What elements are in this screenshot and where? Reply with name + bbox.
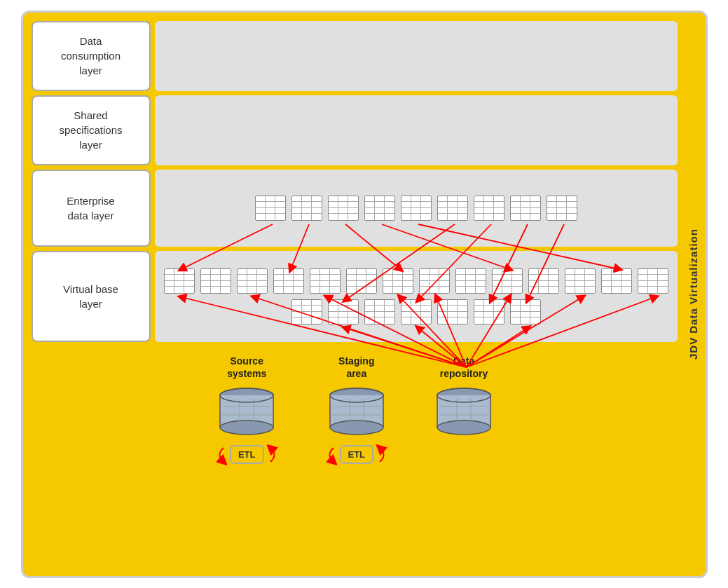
virtual-label: Virtual baselayer — [32, 251, 151, 342]
jdv-label: JDV Data Virtualization — [680, 13, 706, 576]
table-icon — [437, 196, 468, 221]
table-icon — [510, 299, 541, 324]
table-icon — [291, 299, 322, 324]
virtual-content — [155, 251, 678, 342]
table-icon — [291, 196, 322, 221]
table-icon — [383, 268, 413, 294]
table-icon — [346, 268, 377, 294]
bottom-section-wrapper: Sourcesystems — [32, 348, 678, 568]
svg-point-2 — [220, 421, 273, 435]
table-icon — [273, 268, 304, 294]
table-icon — [364, 196, 395, 221]
source-systems-icon — [215, 384, 278, 440]
enterprise-content — [155, 170, 678, 247]
staging-area-icon — [325, 384, 388, 440]
data-consumption-content — [155, 21, 678, 91]
etl1-box: ETL — [230, 445, 264, 464]
table-icon — [200, 268, 231, 294]
etl2-box: ETL — [340, 445, 374, 464]
table-icon — [419, 268, 450, 294]
table-icon — [528, 268, 559, 294]
table-icon — [601, 268, 632, 294]
layers-section: Dataconsumptionlayer Sharedspecification… — [32, 21, 678, 342]
etl2-left-arrow-icon — [323, 444, 337, 465]
table-icon — [401, 196, 432, 221]
table-icon — [492, 268, 523, 294]
table-icon — [328, 299, 359, 324]
main-diagram: JDV Data Virtualization Dataconsumptionl… — [21, 11, 708, 578]
data-repository-icon — [432, 384, 495, 440]
svg-point-22 — [437, 421, 490, 435]
source-systems-item: Sourcesystems — [213, 355, 281, 465]
data-repository-label: Datarepository — [440, 355, 488, 380]
table-icon — [455, 268, 486, 294]
table-icon — [401, 299, 432, 324]
etl1-right-arrow-icon — [267, 444, 281, 465]
svg-point-12 — [330, 421, 383, 435]
staging-area-item: Stagingarea ETL — [323, 355, 391, 465]
data-consumption-label: Dataconsumptionlayer — [32, 21, 151, 91]
table-icon — [328, 196, 359, 221]
table-icon — [638, 268, 668, 294]
etl2-right-arrow-icon — [376, 444, 390, 465]
table-icon — [565, 268, 596, 294]
table-icon — [474, 299, 504, 324]
layer-row-data-consumption: Dataconsumptionlayer — [32, 21, 678, 91]
source-systems-label: Sourcesystems — [227, 355, 266, 380]
table-icon — [364, 299, 395, 324]
table-icon — [255, 196, 286, 221]
table-icon — [164, 268, 195, 294]
virtual-grid-area — [155, 263, 678, 330]
layer-row-virtual: Virtual baselayer — [32, 251, 678, 342]
table-icon — [437, 299, 468, 324]
shared-specs-label: Sharedspecificationslayer — [32, 95, 151, 165]
enterprise-label: Enterprisedata layer — [32, 170, 151, 247]
shared-specs-content — [155, 95, 678, 165]
table-icon — [510, 196, 541, 221]
etl1-group: ETL — [213, 444, 281, 465]
etl1-left-arrow-icon — [213, 444, 227, 465]
staging-area-label: Stagingarea — [338, 355, 374, 380]
data-repository-item: Datarepository — [432, 355, 495, 440]
layer-row-shared-specs: Sharedspecificationslayer — [32, 95, 678, 165]
table-icon — [237, 268, 268, 294]
table-icon — [310, 268, 341, 294]
table-icon — [547, 196, 577, 221]
layer-row-enterprise: Enterprisedata layer — [32, 170, 678, 247]
enterprise-grid-area — [155, 190, 678, 226]
bottom-section: Sourcesystems — [32, 355, 678, 472]
etl2-group: ETL — [323, 444, 391, 465]
table-icon — [474, 196, 504, 221]
